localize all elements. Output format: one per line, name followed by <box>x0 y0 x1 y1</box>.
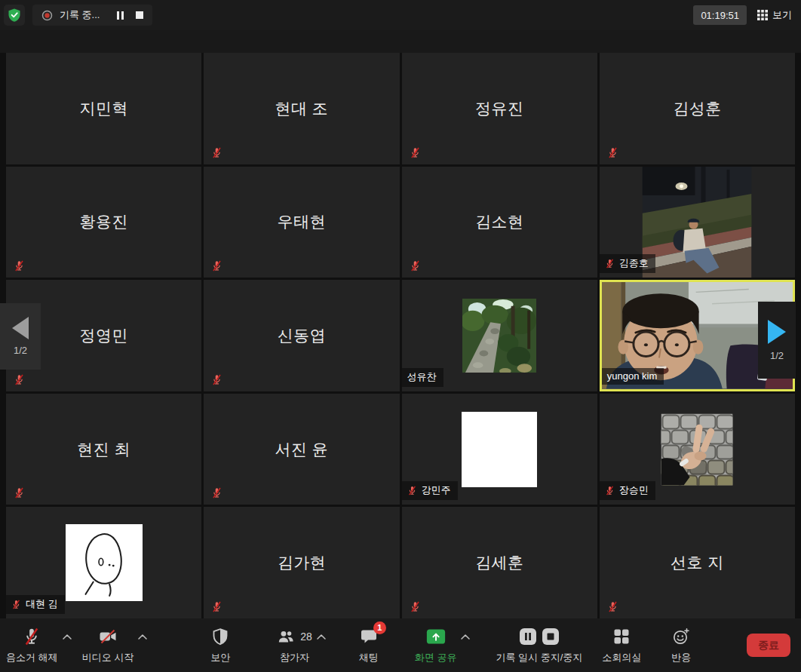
chat-button[interactable]: 1 채팅 <box>359 627 379 664</box>
profile-photo-forest-path <box>462 299 536 373</box>
participant-tile[interactable]: 황용진 <box>6 167 201 278</box>
muted-mic-icon <box>605 486 615 496</box>
name-tag: yungon kim <box>602 368 664 385</box>
participant-name: 장승민 <box>619 483 649 497</box>
participant-tile[interactable]: 선호 지 <box>600 507 795 618</box>
reactions-button[interactable]: 반응 <box>671 627 691 664</box>
participant-tile[interactable]: 강민주 <box>402 394 597 505</box>
participant-tile[interactable]: 김세훈 <box>402 507 597 618</box>
previous-page-button[interactable]: 1/2 <box>0 303 41 370</box>
participant-tile[interactable]: 우태현 <box>204 167 399 278</box>
participants-button[interactable]: 28 참가자 <box>277 627 312 664</box>
breakout-rooms-button[interactable]: 소회의실 <box>602 627 641 664</box>
security-label: 보안 <box>210 651 230 664</box>
participant-tile[interactable]: 장승민 <box>600 394 795 505</box>
participant-name: 선호 지 <box>600 507 795 618</box>
participant-tile[interactable]: 신동엽 <box>204 280 399 391</box>
profile-photo-night-scene <box>643 167 752 278</box>
participant-tile[interactable]: 서진 윤 <box>204 394 399 505</box>
participant-tile[interactable]: 김종호 <box>600 167 795 278</box>
record-dot-icon <box>41 10 53 21</box>
muted-mic-icon <box>607 147 618 158</box>
muted-mic-icon <box>407 486 417 496</box>
participant-name: 대현 김 <box>26 597 58 611</box>
participant-name: 지민혁 <box>6 53 201 164</box>
muted-mic-icon <box>410 260 421 272</box>
breakout-rooms-icon <box>612 628 631 646</box>
mic-options-chevron[interactable] <box>63 634 72 640</box>
muted-mic-icon <box>211 147 222 158</box>
name-tag: 성유찬 <box>402 368 443 387</box>
muted-mic-icon <box>14 260 25 272</box>
next-page-button[interactable]: 1/2 <box>758 302 796 379</box>
recording-control-label: 기록 일시 중지/중지 <box>496 651 582 664</box>
muted-mic-icon <box>14 487 25 499</box>
end-meeting-button[interactable]: 종료 <box>747 634 790 657</box>
pause-recording-icon[interactable] <box>117 11 124 20</box>
zoom-meeting-window: 기록 중... 01:19:51 보기 지민혁 현대 조 <box>0 0 801 672</box>
recording-indicator: 기록 중... <box>32 5 152 26</box>
arrow-left-icon <box>12 317 29 339</box>
chat-unread-badge: 1 <box>373 621 386 634</box>
reactions-label: 반응 <box>671 651 691 664</box>
breakout-rooms-label: 소회의실 <box>602 651 641 664</box>
page-indicator: 1/2 <box>770 350 784 361</box>
participant-tile[interactable]: 대현 김 <box>6 507 201 618</box>
participant-name: 우태현 <box>204 167 399 278</box>
name-tag: 강민주 <box>402 481 458 500</box>
name-tag: 장승민 <box>600 481 655 500</box>
share-screen-icon <box>426 628 446 646</box>
participants-icon <box>277 628 295 646</box>
page-indicator: 1/2 <box>14 345 27 356</box>
participant-tile[interactable]: 정유진 <box>402 53 597 164</box>
participant-tile[interactable]: 성유찬 <box>402 280 597 391</box>
top-bar: 기록 중... 01:19:51 보기 <box>0 0 801 30</box>
participant-tile[interactable]: 현진 최 <box>6 394 201 505</box>
reactions-smiley-icon <box>672 628 690 646</box>
mic-muted-icon <box>23 628 41 646</box>
muted-mic-icon <box>410 601 421 612</box>
muted-mic-icon <box>211 601 222 612</box>
participant-tile[interactable]: 현대 조 <box>204 53 399 164</box>
share-screen-button[interactable]: 화면 공유 <box>415 627 457 664</box>
participant-name: 현진 최 <box>6 394 201 505</box>
share-options-chevron[interactable] <box>461 634 470 640</box>
participant-name: 김성훈 <box>600 53 795 164</box>
view-button[interactable]: 보기 <box>757 8 792 22</box>
participant-name: 서진 윤 <box>204 394 399 505</box>
view-label: 보기 <box>772 8 792 22</box>
gallery-grid-icon <box>757 10 768 20</box>
participant-name: 김종호 <box>619 256 649 270</box>
participant-tile[interactable]: 지민혁 <box>6 53 201 164</box>
pause-recording-icon[interactable] <box>519 628 537 646</box>
unmute-label: 음소거 해제 <box>6 651 58 664</box>
name-tag: 김종호 <box>600 254 655 273</box>
participant-name: 정유진 <box>402 53 597 164</box>
stop-recording-icon[interactable] <box>542 628 560 646</box>
participant-tile[interactable]: 김소현 <box>402 167 597 278</box>
participant-name: 강민주 <box>422 483 451 497</box>
participants-count: 28 <box>300 631 312 643</box>
video-options-chevron[interactable] <box>138 634 147 640</box>
stop-recording-icon[interactable] <box>136 11 143 19</box>
participant-name: 황용진 <box>6 167 201 278</box>
profile-photo-doodle-face <box>66 524 143 601</box>
shield-check-icon <box>7 8 22 23</box>
participant-tile[interactable]: 김가현 <box>204 507 399 618</box>
profile-photo-blank-white <box>462 412 537 487</box>
muted-mic-icon <box>607 601 618 612</box>
participant-name: 현대 조 <box>204 53 399 164</box>
meeting-timer: 01:19:51 <box>693 5 747 25</box>
participant-name: 성유찬 <box>407 370 437 384</box>
meeting-info-button[interactable] <box>4 5 25 26</box>
shield-icon <box>211 628 229 646</box>
muted-mic-icon <box>11 600 21 609</box>
muted-mic-icon <box>211 487 222 499</box>
participant-tile[interactable]: 김성훈 <box>600 53 795 164</box>
participants-options-chevron[interactable] <box>317 634 326 640</box>
security-button[interactable]: 보안 <box>210 627 230 664</box>
pause-stop-recording-button[interactable]: 기록 일시 중지/중지 <box>496 627 582 664</box>
start-video-button[interactable]: 비디오 시작 <box>82 627 134 664</box>
muted-mic-icon <box>410 147 421 158</box>
unmute-button[interactable]: 음소거 해제 <box>6 627 58 664</box>
